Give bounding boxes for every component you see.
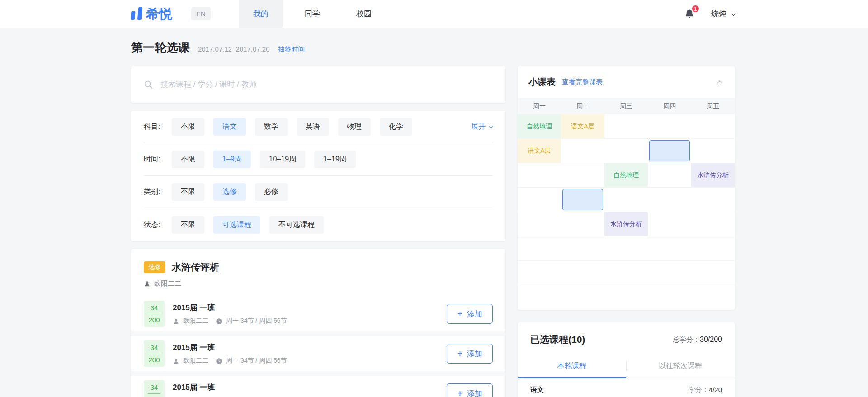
class-time: 周一 34节 / 周四 56节: [226, 357, 287, 365]
language-toggle[interactable]: EN: [191, 7, 211, 20]
class-name: 2015届 一班: [173, 342, 287, 353]
class-info: 2015届 一班欧阳二二周一 34节 / 周四 56节: [173, 302, 287, 325]
selected-courses-tabs: 本轮课程以往轮次课程: [518, 355, 735, 378]
timetable-cell-empty: [561, 261, 604, 285]
class-meta: 欧阳二二周一 34节 / 周四 56节: [173, 357, 287, 365]
add-class-button[interactable]: +添加: [447, 304, 493, 324]
chevron-up-icon: [717, 80, 722, 85]
filter-row-category: 类别:不限选修必修: [144, 176, 493, 208]
timetable-cell-empty: [691, 261, 735, 285]
filter-chip-化学[interactable]: 化学: [380, 118, 412, 136]
enrolled-count: 34: [148, 303, 160, 314]
selected-courses-card: 已选课程(10) 总学分：30/200 本轮课程以往轮次课程 语文学分：4/20: [518, 322, 735, 397]
timetable-cell-highlighted[interactable]: [648, 139, 691, 163]
timetable-title: 小课表: [528, 76, 556, 88]
filter-chip-英语[interactable]: 英语: [297, 118, 329, 136]
filter-chip-1–9周[interactable]: 1–9周: [213, 151, 251, 168]
filter-chip-必修[interactable]: 必修: [255, 183, 288, 201]
timetable-cell-empty: [604, 114, 648, 138]
filter-chip-语文[interactable]: 语文: [213, 118, 246, 136]
person-icon: [144, 280, 151, 287]
selected-tab-以往轮次课程[interactable]: 以往轮次课程: [626, 355, 735, 378]
class-teacher: 欧阳二二: [183, 317, 208, 325]
class-row: 342002015届 一班欧阳二二周一 34节 / 周四 56节+添加: [131, 331, 505, 371]
timetable-cell-empty: [518, 188, 561, 212]
timetable-cell-course[interactable]: 水浒传分析: [691, 163, 735, 187]
nav-tab-同学[interactable]: 同学: [290, 0, 335, 28]
timetable-row: [518, 285, 735, 310]
topbar: 希悦 EN 我的同学校园 1 烧炖: [0, 0, 868, 28]
timetable-cell-course[interactable]: 语文A层: [561, 114, 604, 138]
filter-options-status: 不限可选课程不可选课程: [172, 216, 324, 234]
timetable-cell-empty: [604, 236, 648, 260]
timetable-cell-empty: [648, 236, 691, 260]
filter-chip-不可选课程[interactable]: 不可选课程: [269, 216, 324, 234]
add-class-button[interactable]: +添加: [447, 344, 493, 364]
timetable-row: 自然地理水浒传分析: [518, 163, 735, 188]
timetable-cell-empty: [604, 188, 648, 212]
collapse-timetable-button[interactable]: [717, 76, 724, 88]
add-class-button[interactable]: +添加: [447, 383, 493, 397]
expand-filters-link[interactable]: 展开: [471, 122, 492, 132]
timetable-cell-highlighted[interactable]: [561, 188, 604, 212]
search-icon: [144, 80, 153, 90]
page-header: 第一轮选课 2017.07.12–2017.07.20 抽签时间: [131, 40, 868, 56]
selected-courses-title: 已选课程(10): [530, 333, 585, 346]
user-menu[interactable]: 烧炖: [711, 9, 735, 19]
filter-chip-选修[interactable]: 选修: [213, 183, 246, 201]
filter-options-time: 不限1–9周10–19周1–19周: [172, 151, 356, 168]
timetable-cell-course[interactable]: 自然地理: [518, 114, 561, 138]
filter-chip-不限[interactable]: 不限: [172, 216, 204, 234]
timetable-day-周四: 周四: [648, 102, 691, 110]
person-icon: [173, 358, 179, 364]
filter-chip-物理[interactable]: 物理: [338, 118, 371, 136]
filter-chip-不限[interactable]: 不限: [172, 118, 204, 136]
add-button-label: 添加: [467, 388, 482, 397]
course-title: 水浒传评析: [172, 261, 219, 274]
nav-tab-校园[interactable]: 校园: [342, 0, 386, 28]
timetable-cell-empty: [691, 114, 735, 138]
filter-chip-1–19周[interactable]: 1–19周: [314, 151, 356, 168]
timetable-cell-course[interactable]: 水浒传分析: [604, 212, 648, 236]
selected-tab-本轮课程[interactable]: 本轮课程: [518, 355, 626, 378]
filter-row-subject: 科目:不限语文数学英语物理化学展开: [144, 111, 493, 143]
timetable-row: 语文A层: [518, 139, 735, 163]
timetable-cell-empty: [518, 236, 561, 260]
timetable-cell-empty: [691, 188, 735, 212]
capacity-count: 200: [144, 314, 165, 325]
mini-timetable-card: 小课表 查看完整课表 周一周二周三周四周五 自然地理语文A层语文A层自然地理水浒…: [518, 66, 735, 310]
timetable-cell-empty: [648, 285, 691, 310]
timetable-cell-empty: [648, 188, 691, 212]
class-row: 342002015届 一班欧阳二二周一 34节 / 周四 56节+添加: [131, 296, 505, 331]
app-logo[interactable]: 希悦: [131, 7, 172, 21]
timetable-cell-empty: [518, 285, 561, 310]
topbar-right: 1 烧炖: [684, 9, 735, 19]
timetable-cell-empty: [648, 261, 691, 285]
notification-bell-button[interactable]: 1: [684, 9, 695, 19]
timetable-cell-empty: [604, 139, 648, 163]
timetable-cell-empty: [604, 261, 648, 285]
class-row: 342002015届 一班欧阳二二周一 34节 / 周四 56节+添加: [131, 371, 505, 397]
nav-tab-我的[interactable]: 我的: [239, 0, 283, 28]
filter-chip-不限[interactable]: 不限: [172, 151, 204, 168]
chevron-down-icon: [489, 124, 493, 128]
highlight-slot: [649, 140, 690, 161]
timetable-cell-empty: [561, 212, 604, 236]
timetable-day-周二: 周二: [561, 102, 604, 110]
round-date-range: 2017.07.12–2017.07.20: [198, 45, 270, 53]
app-logo-icon: [131, 7, 143, 21]
timetable-cell-empty: [561, 163, 604, 187]
filter-panel: 科目:不限语文数学英语物理化学展开时间:不限1–9周10–19周1–19周类别:…: [131, 111, 505, 241]
filter-chip-数学[interactable]: 数学: [255, 118, 288, 136]
timetable-cell-empty: [691, 285, 735, 310]
draw-time-link[interactable]: 抽签时间: [278, 45, 305, 54]
filter-chip-10–19周[interactable]: 10–19周: [260, 151, 306, 168]
search-input[interactable]: [160, 80, 493, 89]
timetable-cell-course[interactable]: 语文A层: [518, 139, 561, 163]
filter-chip-不限[interactable]: 不限: [172, 183, 204, 201]
timetable-cell-empty: [691, 236, 735, 260]
view-full-timetable-link[interactable]: 查看完整课表: [562, 78, 603, 86]
filter-chip-可选课程[interactable]: 可选课程: [213, 216, 260, 234]
selected-subject: 语文: [530, 386, 544, 394]
timetable-cell-course[interactable]: 自然地理: [604, 163, 648, 187]
